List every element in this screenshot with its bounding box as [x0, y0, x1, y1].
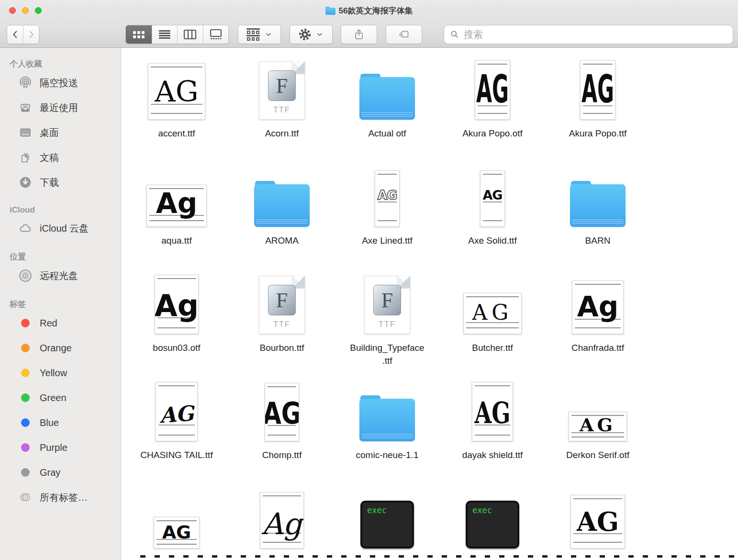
file-item[interactable]: FTTFBourbon.ttf — [229, 269, 335, 376]
font-preview-thumbnail: AG — [148, 63, 205, 120]
file-item[interactable]: AgChanfrada.ttf — [545, 269, 650, 376]
window-title: 56款英文海报字体集 — [0, 5, 738, 16]
file-name-label: bosun03.otf — [153, 342, 200, 355]
airdrop-icon — [18, 76, 33, 90]
back-button[interactable] — [7, 25, 23, 44]
column-view-button[interactable] — [177, 25, 203, 44]
font-preview-thumbnail: AG — [156, 382, 198, 441]
file-item[interactable]: AROMA — [229, 162, 335, 269]
file-icon-area: exec — [335, 483, 440, 549]
sidebar-item-remote-disc[interactable]: 远程光盘 — [0, 263, 121, 288]
ttf-document-icon: FTTF — [259, 61, 305, 120]
file-item[interactable]: AGButcher.ttf — [440, 269, 545, 376]
tag-button[interactable] — [386, 25, 422, 44]
disc-icon — [18, 269, 33, 283]
sidebar-item-tag-purple[interactable]: Purple — [0, 435, 121, 460]
sidebar-item-tag-green[interactable]: Green — [0, 385, 121, 410]
file-name-label: Axe Lined.ttf — [362, 235, 413, 247]
file-item[interactable]: AGAkura Popo.ttf — [545, 55, 650, 162]
file-item[interactable]: FTTFAcorn.ttf — [229, 55, 335, 162]
file-item[interactable]: Agbosun03.otf — [124, 269, 229, 376]
group-by-button[interactable] — [238, 25, 281, 44]
forward-button[interactable] — [23, 25, 39, 44]
sidebar-item-documents[interactable]: 文稿 — [0, 145, 121, 170]
file-icon-area: AG — [440, 55, 545, 120]
sidebar-item-label: Yellow — [40, 368, 67, 379]
group-by-icon — [246, 28, 260, 40]
sidebar-item-recents[interactable]: 最近使用 — [0, 95, 121, 120]
font-preview-thumbnail: AG — [569, 412, 627, 441]
sidebar-item-downloads[interactable]: 下载 — [0, 170, 121, 195]
file-item[interactable]: AG — [545, 483, 650, 560]
font-preview-thumbnail: AG — [463, 293, 522, 334]
partial-next-row — [140, 555, 734, 558]
all-tags-icon — [18, 490, 33, 504]
sidebar-item-label: Purple — [40, 442, 67, 453]
file-item[interactable]: BARN — [545, 162, 650, 269]
file-item[interactable]: AGdayak shield.ttf — [440, 376, 545, 483]
sidebar-item-label: 隔空投送 — [40, 77, 78, 90]
file-icon-area: Ag — [229, 483, 335, 549]
font-preview-thumbnail: Ag — [146, 185, 207, 227]
icloud-icon — [18, 221, 33, 235]
file-item[interactable]: AGaccent.ttf — [124, 55, 229, 162]
gear-icon — [299, 28, 311, 41]
sidebar-item-tag-blue[interactable]: Blue — [0, 410, 121, 435]
sidebar-item-tag-gray[interactable]: Gray — [0, 460, 121, 485]
tag-dot — [18, 366, 33, 380]
sidebar-item-airdrop[interactable]: 隔空投送 — [0, 70, 121, 95]
downloads-icon — [18, 175, 33, 190]
file-icon-area: AG — [545, 483, 650, 549]
file-name-label: accent.ttf — [158, 127, 195, 140]
font-preview-thumbnail: Ag — [572, 280, 624, 334]
file-name-label: dayak shield.ttf — [462, 449, 523, 462]
ttf-document-icon: FTTF — [364, 276, 410, 334]
file-item[interactable]: AGChomp.ttf — [229, 376, 335, 483]
documents-icon — [18, 150, 33, 165]
file-icon-area: Ag — [124, 162, 229, 227]
font-preview-thumbnail: AG — [375, 170, 400, 227]
file-item[interactable]: exec — [335, 483, 440, 560]
coverflow-view-button[interactable] — [203, 25, 229, 44]
file-item[interactable]: Actual otf — [335, 55, 440, 162]
sidebar-item-icloud-drive[interactable]: iCloud 云盘 — [0, 216, 121, 241]
sidebar-item-all-tags[interactable]: 所有标签… — [0, 485, 121, 510]
file-item[interactable]: AGDerkon Serif.otf — [545, 376, 650, 483]
file-item[interactable]: exec — [440, 483, 545, 560]
tag-dot — [18, 391, 33, 405]
file-item[interactable]: Agaqua.ttf — [124, 162, 229, 269]
sidebar-item-tag-yellow[interactable]: Yellow — [0, 360, 121, 385]
file-item[interactable]: FTTFBuilding_Typeface.ttf — [335, 269, 440, 376]
sidebar-item-label: Orange — [40, 343, 72, 354]
column-view-icon — [183, 28, 197, 41]
file-icon-area: FTTF — [229, 55, 335, 120]
icon-view-button[interactable] — [126, 25, 152, 44]
search-field[interactable] — [444, 25, 733, 44]
sidebar-item-tag-red[interactable]: Red — [0, 311, 121, 336]
file-item[interactable]: Ag — [229, 483, 335, 560]
sidebar-item-label: 桌面 — [40, 126, 59, 139]
font-preview-thumbnail: Ag — [155, 275, 199, 334]
file-item[interactable]: AGAxe Solid.ttf — [440, 162, 545, 269]
action-menu-button[interactable] — [290, 25, 333, 44]
list-view-button[interactable] — [152, 25, 178, 44]
file-icon-area — [229, 162, 335, 227]
sidebar-item-desktop[interactable]: 桌面 — [0, 120, 121, 145]
search-input[interactable] — [464, 29, 727, 40]
share-button[interactable] — [341, 25, 377, 44]
sidebar-item-label: 下载 — [40, 176, 59, 189]
file-item[interactable]: AGAxe Lined.ttf — [335, 162, 440, 269]
font-preview-thumbnail: AG — [472, 382, 513, 441]
sidebar-item-tag-orange[interactable]: Orange — [0, 336, 121, 360]
file-item[interactable]: AGCHASING TAIL.ttf — [124, 376, 229, 483]
sidebar-item-label: 最近使用 — [40, 101, 78, 114]
grid-view-icon — [133, 31, 145, 38]
file-name-label: Axe Solid.ttf — [468, 235, 516, 247]
file-item[interactable]: AGAkura Popo.otf — [440, 55, 545, 162]
file-icon-area: AG — [440, 269, 545, 334]
tag-dot — [18, 341, 33, 355]
file-item[interactable]: comic-neue-1.1 — [335, 376, 440, 483]
tag-dot — [18, 465, 33, 480]
sidebar-item-label: iCloud 云盘 — [40, 222, 89, 235]
file-item[interactable]: AG — [124, 483, 229, 560]
